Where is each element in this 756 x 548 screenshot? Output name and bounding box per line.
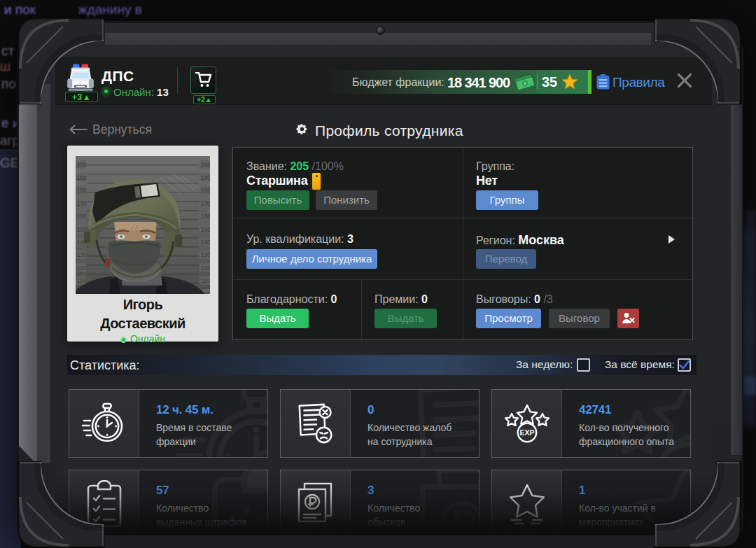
svg-text:120: 120 (77, 265, 87, 272)
svg-text:170: 170 (77, 200, 87, 207)
svg-text:150: 150 (201, 226, 211, 233)
svg-text:140: 140 (201, 239, 211, 246)
svg-text:180: 180 (201, 187, 211, 194)
svg-text:170: 170 (201, 200, 211, 207)
svg-text:110: 110 (77, 277, 87, 284)
svg-text:200: 200 (201, 162, 211, 169)
svg-text:130: 130 (77, 251, 87, 258)
svg-text:200: 200 (77, 162, 87, 169)
svg-text:130: 130 (201, 251, 211, 258)
svg-text:190: 190 (77, 174, 87, 181)
svg-text:180: 180 (77, 187, 87, 194)
svg-text:150: 150 (77, 226, 87, 233)
svg-text:160: 160 (201, 213, 211, 220)
svg-text:120: 120 (201, 265, 211, 272)
svg-text:190: 190 (201, 174, 211, 181)
svg-text:160: 160 (77, 213, 87, 220)
svg-text:110: 110 (201, 277, 211, 284)
